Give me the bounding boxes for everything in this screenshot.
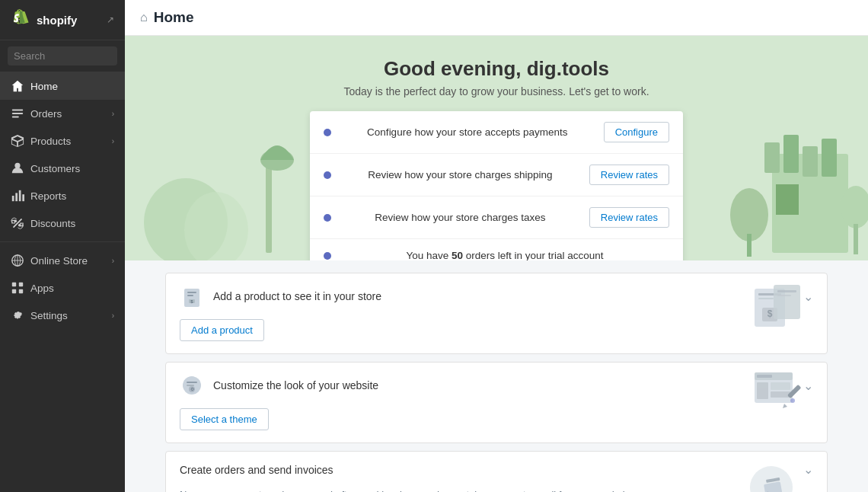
- task-card-header-customize-theme: ⚙ Customize the look of your website ⌄: [166, 363, 827, 408]
- sidebar-header: shopify ↗: [0, 0, 125, 40]
- sidebar-item-products[interactable]: Products ›: [0, 127, 125, 155]
- review-rates-taxes-button[interactable]: Review rates: [589, 207, 669, 228]
- svg-point-33: [841, 186, 868, 228]
- theme-icon: ⚙: [180, 373, 204, 398]
- svg-rect-41: [187, 292, 196, 293]
- task-body-customize-theme: Select a theme: [166, 408, 827, 442]
- task-title-add-product: Add a product to see it in your store: [213, 290, 794, 302]
- task-card-header-create-orders: Create orders and send invoices ⌄: [166, 452, 827, 487]
- task-body-create-orders: Now you can create orders, save drafts, …: [166, 487, 827, 492]
- sidebar-search-container: [0, 40, 125, 72]
- checklist-dot-trial: [324, 252, 331, 260]
- svg-rect-18: [19, 283, 23, 286]
- sidebar-nav: Home Orders › Products › Customers: [0, 72, 125, 492]
- create-orders-thumbnail: [747, 463, 796, 492]
- svg-rect-42: [187, 295, 193, 296]
- apps-nav-icon: [11, 281, 24, 295]
- svg-rect-30: [776, 184, 799, 215]
- svg-rect-27: [783, 135, 799, 173]
- external-link-icon[interactable]: ↗: [107, 14, 114, 25]
- svg-rect-34: [854, 224, 858, 254]
- svg-rect-4: [12, 196, 14, 201]
- checklist-dot-taxes: [324, 214, 331, 222]
- chevron-create-orders-icon: ⌄: [803, 462, 813, 477]
- sidebar-item-discounts[interactable]: Discounts: [0, 209, 125, 237]
- svg-rect-7: [22, 194, 24, 201]
- search-input[interactable]: [8, 46, 117, 65]
- svg-rect-29: [822, 139, 837, 177]
- home-icon: [11, 79, 24, 93]
- logo-text: shopify: [37, 14, 77, 27]
- svg-rect-52: [777, 295, 791, 296]
- svg-rect-6: [19, 190, 21, 201]
- svg-text:⚙: ⚙: [190, 387, 194, 391]
- sidebar-item-label-settings: Settings: [30, 310, 106, 321]
- sidebar-item-reports[interactable]: Reports: [0, 182, 125, 209]
- svg-rect-51: [777, 290, 796, 292]
- svg-rect-1: [12, 113, 23, 114]
- svg-point-3: [14, 163, 20, 168]
- svg-rect-54: [187, 382, 197, 383]
- svg-rect-63: [771, 391, 790, 398]
- review-rates-shipping-button[interactable]: Review rates: [589, 165, 669, 185]
- select-theme-button[interactable]: Select a theme: [180, 408, 269, 430]
- svg-point-22: [184, 192, 248, 260]
- sidebar-item-label-discounts: Discounts: [30, 218, 114, 229]
- add-product-button[interactable]: Add a product: [180, 319, 264, 341]
- svg-rect-0: [12, 110, 23, 111]
- sidebar-item-online-store[interactable]: Online Store ›: [0, 247, 125, 274]
- svg-rect-19: [12, 289, 16, 293]
- orders-nav-icon: [11, 107, 24, 120]
- svg-rect-60: [757, 375, 772, 378]
- hero-section: Good evening, dig.tools Today is the per…: [125, 36, 868, 260]
- add-product-thumbnail: $: [751, 281, 804, 334]
- page-title: Home: [154, 9, 194, 26]
- checklist-text-payments: Configure how your store accepts payment…: [340, 126, 595, 138]
- checklist-item-payments: Configure how your store accepts payment…: [310, 111, 683, 154]
- products-nav-icon: [11, 134, 24, 148]
- sidebar-item-label-customers: Customers: [30, 163, 114, 174]
- sidebar-item-customers[interactable]: Customers: [0, 155, 125, 182]
- checklist-card: Configure how your store accepts payment…: [310, 111, 683, 260]
- hero-subtitle: Today is the perfect day to grow your bu…: [343, 85, 649, 97]
- checklist-dot-shipping: [324, 171, 331, 179]
- task-card-add-product: $ Add a product to see it in your store …: [165, 273, 828, 354]
- page-header: ⌂ Home: [125, 0, 868, 36]
- svg-rect-17: [12, 283, 16, 286]
- chevron-customize-theme-icon: ⌄: [803, 379, 813, 393]
- customize-theme-thumbnail: [751, 369, 804, 417]
- sidebar-item-apps[interactable]: Apps: [0, 274, 125, 302]
- configure-button[interactable]: Configure: [604, 122, 669, 142]
- reports-nav-icon: [11, 189, 24, 203]
- svg-rect-61: [757, 382, 768, 399]
- svg-point-24: [260, 149, 294, 171]
- online-store-nav-icon: [11, 254, 24, 267]
- sidebar-item-home[interactable]: Home: [0, 72, 125, 100]
- sidebar-item-label-home: Home: [30, 81, 114, 92]
- svg-rect-47: [758, 298, 774, 299]
- task-body-add-product: Add a product: [166, 319, 827, 353]
- sidebar: shopify ↗ Home Orders › Products: [0, 0, 125, 492]
- task-card-create-orders: Create orders and send invoices ⌄ Now yo…: [165, 451, 828, 492]
- checklist-item-trial: You have 50 orders left in your trial ac…: [310, 239, 683, 260]
- svg-rect-32: [747, 234, 752, 257]
- customers-nav-icon: [11, 161, 24, 175]
- main-content: ⌂ Home: [125, 0, 868, 492]
- checklist-dot-payments: [324, 129, 331, 136]
- svg-point-21: [144, 178, 228, 260]
- chevron-online-store-icon: ›: [112, 257, 114, 265]
- svg-rect-20: [19, 289, 23, 293]
- task-card-customize-theme: ⚙ Customize the look of your website ⌄ S…: [165, 362, 828, 443]
- svg-rect-50: [774, 285, 800, 319]
- sidebar-item-settings[interactable]: Settings ›: [0, 302, 125, 329]
- sidebar-item-orders[interactable]: Orders ›: [0, 100, 125, 127]
- svg-marker-65: [783, 404, 787, 408]
- shopify-logo[interactable]: shopify: [11, 9, 77, 30]
- sidebar-item-label-products: Products: [30, 136, 106, 147]
- task-title-customize-theme: Customize the look of your website: [213, 379, 794, 391]
- chevron-orders-icon: ›: [112, 110, 114, 118]
- checklist-item-shipping: Review how your store charges shipping R…: [310, 154, 683, 196]
- sidebar-divider: [0, 241, 125, 242]
- svg-rect-2: [12, 117, 19, 118]
- svg-rect-25: [772, 154, 848, 253]
